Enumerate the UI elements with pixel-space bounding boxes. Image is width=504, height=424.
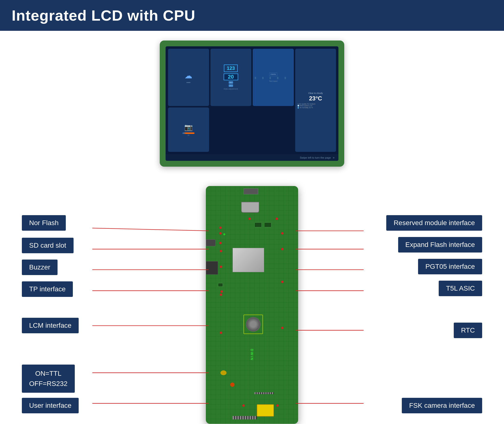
lcd-device: ☁ ●●● 123 20 + bbox=[160, 41, 344, 167]
pcb-connector-top bbox=[244, 188, 258, 194]
pcb-flex-connector bbox=[206, 261, 218, 275]
lcd-keyboard-grid bbox=[255, 77, 292, 79]
swipe-text: Swipe left to turn the page bbox=[300, 156, 331, 159]
pcb-bottom-pins bbox=[233, 416, 257, 419]
label-expand-flash: Expand Flash interface bbox=[398, 237, 482, 253]
weather-air: 🌬 Air quality 52 medium bbox=[297, 103, 334, 105]
pcb-green-led bbox=[223, 233, 225, 235]
weather-wind: 💨 Wind speed Low bbox=[297, 105, 334, 107]
label-rtc: RTC bbox=[454, 323, 482, 338]
pcb-component-1 bbox=[254, 222, 262, 227]
lcd-cell-cloud-label: ●●● bbox=[186, 81, 190, 84]
pcb-red-led-1 bbox=[219, 232, 222, 235]
page-title: Integrated LCD with CPU bbox=[12, 7, 492, 24]
sd-card-text: SD card slot bbox=[29, 242, 66, 249]
plus-icon: + bbox=[230, 82, 231, 84]
pcb-point-6 bbox=[220, 332, 222, 334]
pcb-cap-2 bbox=[230, 383, 235, 387]
camera-value: 20 bbox=[187, 134, 189, 136]
label-lcm-interface: LCM interface bbox=[22, 318, 79, 333]
pgt05-interface-text: PGT05 interface bbox=[425, 263, 475, 270]
pcb-point-right-4 bbox=[281, 281, 284, 283]
pcb-point-bottom-1 bbox=[242, 404, 245, 407]
weather-details: 🌬 Air quality 52 medium 💨 Wind speed Low… bbox=[297, 103, 334, 109]
lcd-counter-buttons: + − bbox=[229, 81, 233, 87]
key-dot bbox=[262, 78, 264, 79]
lcd-minus-btn[interactable]: − bbox=[229, 84, 233, 87]
pcb-component-2 bbox=[264, 222, 271, 227]
minus-icon: − bbox=[230, 85, 231, 87]
lcd-dwin-label: DWIN bbox=[269, 73, 277, 76]
pcb-point-7 bbox=[220, 290, 223, 293]
page-header: Integrated LCD with CPU bbox=[0, 0, 504, 31]
pcb-point-right-1 bbox=[276, 218, 278, 220]
pcb-cap-1 bbox=[220, 370, 227, 375]
key-dot bbox=[269, 77, 271, 78]
key-dot bbox=[255, 77, 256, 78]
label-reserved-module: Reserved module interface bbox=[386, 215, 482, 231]
label-t5l-asic: T5L ASIC bbox=[439, 281, 482, 296]
pcb-sd-slot bbox=[241, 202, 259, 213]
pcb-yellow-connector bbox=[257, 404, 274, 416]
lcd-cell-camera: 📷 20 bbox=[168, 107, 209, 152]
pcb-resistor-row bbox=[254, 392, 274, 394]
lcd-bottom-bar: Swipe left to turn the page » bbox=[166, 154, 338, 161]
lcd-cell-weather: Clear to cloudy 23°C 🌬 Air quality 52 me… bbox=[295, 49, 336, 152]
pcb-point-4 bbox=[220, 266, 222, 268]
camera-icon: 📷 bbox=[184, 123, 193, 131]
tp-interface-text: TP interface bbox=[29, 285, 66, 293]
dwin-logo: DWIN bbox=[250, 349, 254, 361]
label-pgt05-interface: PGT05 interface bbox=[418, 259, 482, 274]
key-dot bbox=[277, 78, 278, 79]
pcb-usb-connector bbox=[206, 239, 216, 246]
label-buzzer: Buzzer bbox=[22, 260, 58, 275]
cloud-icon: ☁ bbox=[185, 71, 192, 80]
label-nor-flash: Nor Flash bbox=[22, 215, 66, 231]
swipe-arrow-icon: » bbox=[333, 156, 335, 159]
rtc-text: RTC bbox=[461, 326, 475, 334]
label-ttl-rs232: ON=TTL OFF=RS232 bbox=[22, 365, 75, 393]
pcb-point-3 bbox=[220, 250, 222, 252]
key-dot bbox=[285, 77, 286, 78]
label-tp-interface: TP interface bbox=[22, 281, 73, 297]
lcd-data-label: Data adjustment bbox=[224, 88, 238, 90]
key-dot bbox=[269, 78, 271, 79]
lcd-display-section: ☁ ●●● 123 20 + bbox=[15, 41, 489, 167]
lcd-cell-textinput: DWIN bbox=[253, 49, 294, 106]
lcd-ui-grid: ☁ ●●● 123 20 + bbox=[166, 46, 338, 154]
camera-slider bbox=[182, 132, 194, 134]
key-dot bbox=[277, 77, 278, 78]
key-dot bbox=[255, 78, 256, 79]
pcb-point-right-2 bbox=[281, 232, 284, 235]
lcd-number-display: 123 bbox=[224, 65, 238, 72]
key-dot bbox=[262, 77, 264, 78]
pcb-board: DWIN bbox=[206, 186, 298, 424]
pcb-component-3 bbox=[218, 283, 223, 287]
key-dot bbox=[285, 78, 286, 79]
t5l-asic-text: T5L ASIC bbox=[446, 285, 475, 292]
label-sd-card-slot: SD card slot bbox=[22, 238, 74, 253]
user-interface-text: User interface bbox=[29, 402, 71, 409]
ttl-line1: ON=TTL bbox=[35, 370, 61, 377]
pcb-point-right-5 bbox=[281, 327, 284, 329]
pcb-point-1 bbox=[248, 218, 251, 220]
label-fsk-camera: FSK camera interface bbox=[402, 398, 482, 413]
label-user-interface: User interface bbox=[22, 398, 79, 413]
pcb-rotary-component bbox=[246, 317, 260, 332]
ttl-line2: OFF=RS232 bbox=[29, 380, 67, 387]
lcd-cell-number: 123 20 + − Data adjustment bbox=[210, 49, 252, 106]
lcd-screen: ☁ ●●● 123 20 + bbox=[166, 46, 338, 161]
weather-humidity: 💧 Air humidity 32 % bbox=[297, 107, 334, 109]
buzzer-text: Buzzer bbox=[29, 263, 50, 271]
lcd-counter-display: 20 bbox=[224, 73, 238, 80]
lcd-counter-value: 20 bbox=[228, 74, 234, 80]
lcd-cell-cloud: ☁ ●●● bbox=[168, 49, 209, 106]
lcd-plus-btn[interactable]: + bbox=[229, 81, 233, 84]
lcm-interface-text: LCM interface bbox=[29, 322, 71, 329]
pcb-point-2 bbox=[219, 227, 222, 229]
nor-flash-text: Nor Flash bbox=[29, 219, 59, 227]
svg-line-0 bbox=[92, 228, 209, 231]
expand-flash-text: Expand Flash interface bbox=[405, 241, 475, 248]
fsk-camera-text: FSK camera interface bbox=[409, 402, 475, 409]
lcd-textinput-label: Text input bbox=[269, 80, 277, 82]
